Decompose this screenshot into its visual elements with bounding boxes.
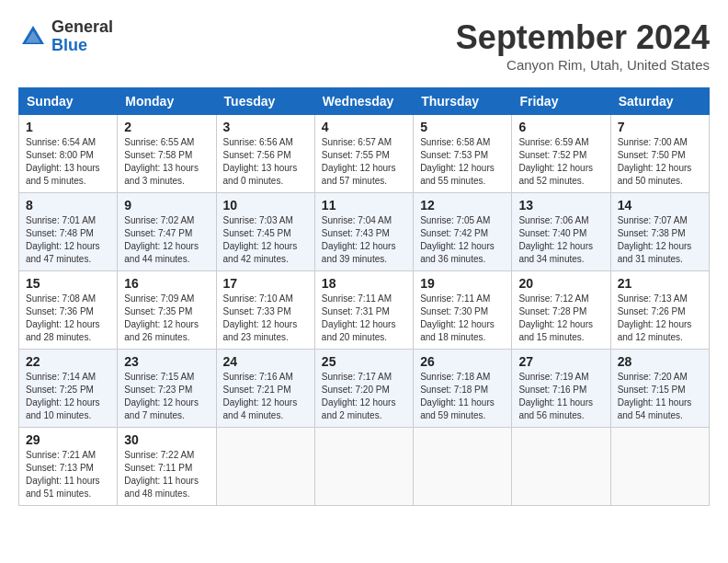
- calendar-day-cell: 30Sunrise: 7:22 AMSunset: 7:11 PMDayligh…: [118, 428, 216, 506]
- day-number: 6: [518, 120, 603, 134]
- calendar-day-cell: 8Sunrise: 7:01 AMSunset: 7:48 PMDaylight…: [19, 193, 118, 271]
- calendar-header-row: SundayMondayTuesdayWednesdayThursdayFrid…: [19, 88, 710, 115]
- day-number: 7: [618, 120, 702, 134]
- day-info: Sunrise: 7:02 AMSunset: 7:47 PMDaylight:…: [124, 214, 209, 266]
- weekday-header-wednesday: Wednesday: [314, 88, 413, 115]
- weekday-header-tuesday: Tuesday: [216, 88, 314, 115]
- day-info: Sunrise: 7:12 AMSunset: 7:28 PMDaylight:…: [518, 293, 603, 344]
- calendar-week-row: 22Sunrise: 7:14 AMSunset: 7:25 PMDayligh…: [19, 350, 710, 428]
- weekday-header-monday: Monday: [118, 88, 216, 115]
- day-info: Sunrise: 7:16 AMSunset: 7:21 PMDaylight:…: [223, 371, 308, 422]
- day-number: 15: [26, 276, 110, 291]
- day-number: 9: [124, 198, 209, 213]
- day-number: 28: [618, 354, 702, 369]
- day-number: 13: [518, 198, 603, 213]
- empty-cell: [512, 428, 610, 506]
- day-number: 14: [618, 198, 702, 213]
- day-number: 22: [26, 354, 110, 369]
- empty-cell: [610, 428, 709, 506]
- calendar-day-cell: 3Sunrise: 6:56 AMSunset: 7:56 PMDaylight…: [216, 115, 314, 193]
- day-number: 16: [124, 276, 209, 291]
- day-number: 2: [124, 120, 209, 134]
- day-number: 5: [420, 120, 505, 134]
- day-info: Sunrise: 7:20 AMSunset: 7:15 PMDaylight:…: [618, 371, 702, 422]
- day-info: Sunrise: 7:10 AMSunset: 7:33 PMDaylight:…: [223, 293, 308, 344]
- calendar-day-cell: 13Sunrise: 7:06 AMSunset: 7:40 PMDayligh…: [512, 193, 610, 271]
- calendar-day-cell: 14Sunrise: 7:07 AMSunset: 7:38 PMDayligh…: [610, 193, 709, 271]
- day-number: 10: [223, 198, 308, 213]
- day-info: Sunrise: 7:07 AMSunset: 7:38 PMDaylight:…: [618, 214, 702, 266]
- location-text: Canyon Rim, Utah, United States: [456, 57, 710, 73]
- calendar-day-cell: 15Sunrise: 7:08 AMSunset: 7:36 PMDayligh…: [19, 271, 118, 350]
- day-info: Sunrise: 7:08 AMSunset: 7:36 PMDaylight:…: [26, 293, 110, 344]
- day-info: Sunrise: 7:03 AMSunset: 7:45 PMDaylight:…: [223, 214, 308, 266]
- day-number: 23: [124, 354, 209, 369]
- calendar-table: SundayMondayTuesdayWednesdayThursdayFrid…: [18, 87, 710, 506]
- calendar-day-cell: 1Sunrise: 6:54 AMSunset: 8:00 PMDaylight…: [19, 115, 118, 193]
- calendar-day-cell: 27Sunrise: 7:19 AMSunset: 7:16 PMDayligh…: [512, 350, 610, 428]
- page-header: General Blue September 2024 Canyon Rim, …: [18, 18, 710, 73]
- calendar-day-cell: 21Sunrise: 7:13 AMSunset: 7:26 PMDayligh…: [610, 271, 709, 350]
- day-number: 29: [26, 432, 110, 447]
- calendar-day-cell: 9Sunrise: 7:02 AMSunset: 7:47 PMDaylight…: [118, 193, 216, 271]
- day-info: Sunrise: 7:00 AMSunset: 7:50 PMDaylight:…: [618, 136, 702, 188]
- calendar-day-cell: 7Sunrise: 7:00 AMSunset: 7:50 PMDaylight…: [610, 115, 709, 193]
- weekday-header-saturday: Saturday: [610, 88, 709, 115]
- calendar-day-cell: 23Sunrise: 7:15 AMSunset: 7:23 PMDayligh…: [118, 350, 216, 428]
- calendar-week-row: 29Sunrise: 7:21 AMSunset: 7:13 PMDayligh…: [19, 428, 710, 506]
- day-number: 27: [518, 354, 603, 369]
- day-info: Sunrise: 7:13 AMSunset: 7:26 PMDaylight:…: [618, 293, 702, 344]
- day-info: Sunrise: 7:06 AMSunset: 7:40 PMDaylight:…: [518, 214, 603, 266]
- calendar-week-row: 1Sunrise: 6:54 AMSunset: 8:00 PMDaylight…: [19, 115, 710, 193]
- calendar-day-cell: 29Sunrise: 7:21 AMSunset: 7:13 PMDayligh…: [19, 428, 118, 506]
- day-number: 17: [223, 276, 308, 291]
- day-info: Sunrise: 6:54 AMSunset: 8:00 PMDaylight:…: [26, 136, 110, 188]
- day-number: 25: [322, 354, 406, 369]
- calendar-day-cell: 24Sunrise: 7:16 AMSunset: 7:21 PMDayligh…: [216, 350, 314, 428]
- title-block: September 2024 Canyon Rim, Utah, United …: [456, 18, 710, 73]
- calendar-week-row: 15Sunrise: 7:08 AMSunset: 7:36 PMDayligh…: [19, 271, 710, 350]
- day-number: 11: [322, 198, 406, 213]
- calendar-day-cell: 20Sunrise: 7:12 AMSunset: 7:28 PMDayligh…: [512, 271, 610, 350]
- day-number: 1: [26, 120, 110, 134]
- day-info: Sunrise: 7:11 AMSunset: 7:31 PMDaylight:…: [322, 293, 406, 344]
- empty-cell: [414, 428, 512, 506]
- day-info: Sunrise: 6:57 AMSunset: 7:55 PMDaylight:…: [322, 136, 406, 188]
- logo-general-text: General: [51, 18, 113, 37]
- day-info: Sunrise: 7:11 AMSunset: 7:30 PMDaylight:…: [420, 293, 505, 344]
- day-info: Sunrise: 7:21 AMSunset: 7:13 PMDaylight:…: [26, 449, 110, 500]
- logo-blue-text: Blue: [51, 37, 113, 55]
- day-info: Sunrise: 7:17 AMSunset: 7:20 PMDaylight:…: [322, 371, 406, 422]
- calendar-day-cell: 10Sunrise: 7:03 AMSunset: 7:45 PMDayligh…: [216, 193, 314, 271]
- logo-icon: [18, 22, 48, 52]
- day-info: Sunrise: 6:55 AMSunset: 7:58 PMDaylight:…: [124, 136, 209, 188]
- day-number: 26: [420, 354, 505, 369]
- weekday-header-thursday: Thursday: [414, 88, 512, 115]
- day-info: Sunrise: 6:56 AMSunset: 7:56 PMDaylight:…: [223, 136, 308, 188]
- day-number: 24: [223, 354, 308, 369]
- logo: General Blue: [18, 18, 113, 55]
- day-info: Sunrise: 7:05 AMSunset: 7:42 PMDaylight:…: [420, 214, 505, 266]
- calendar-day-cell: 17Sunrise: 7:10 AMSunset: 7:33 PMDayligh…: [216, 271, 314, 350]
- calendar-day-cell: 5Sunrise: 6:58 AMSunset: 7:53 PMDaylight…: [414, 115, 512, 193]
- day-number: 4: [322, 120, 406, 134]
- day-number: 19: [420, 276, 505, 291]
- day-number: 21: [618, 276, 702, 291]
- day-number: 8: [26, 198, 110, 213]
- month-title: September 2024: [456, 18, 710, 57]
- day-info: Sunrise: 6:59 AMSunset: 7:52 PMDaylight:…: [518, 136, 603, 188]
- day-info: Sunrise: 7:18 AMSunset: 7:18 PMDaylight:…: [420, 371, 505, 422]
- calendar-day-cell: 11Sunrise: 7:04 AMSunset: 7:43 PMDayligh…: [314, 193, 413, 271]
- calendar-day-cell: 19Sunrise: 7:11 AMSunset: 7:30 PMDayligh…: [414, 271, 512, 350]
- calendar-week-row: 8Sunrise: 7:01 AMSunset: 7:48 PMDaylight…: [19, 193, 710, 271]
- day-number: 20: [518, 276, 603, 291]
- empty-cell: [314, 428, 413, 506]
- empty-cell: [216, 428, 314, 506]
- day-info: Sunrise: 7:19 AMSunset: 7:16 PMDaylight:…: [518, 371, 603, 422]
- calendar-day-cell: 2Sunrise: 6:55 AMSunset: 7:58 PMDaylight…: [118, 115, 216, 193]
- day-info: Sunrise: 7:14 AMSunset: 7:25 PMDaylight:…: [26, 371, 110, 422]
- calendar-day-cell: 16Sunrise: 7:09 AMSunset: 7:35 PMDayligh…: [118, 271, 216, 350]
- day-number: 3: [223, 120, 308, 134]
- day-info: Sunrise: 7:22 AMSunset: 7:11 PMDaylight:…: [124, 449, 209, 500]
- day-number: 30: [124, 432, 209, 447]
